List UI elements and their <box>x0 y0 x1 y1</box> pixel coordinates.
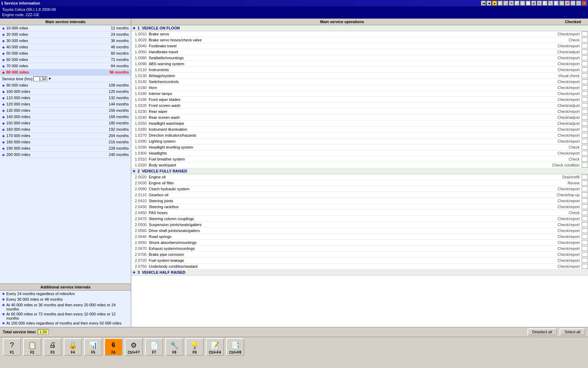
op-checkbox[interactable] <box>582 109 588 114</box>
close-btn[interactable]: ✕ <box>582 1 587 6</box>
op-checkbox[interactable] <box>582 240 588 245</box>
interval-row[interactable]: ◆140 000 miles 168 months <box>0 114 131 120</box>
op-checkbox[interactable] <box>582 216 588 221</box>
interval-row-selected[interactable]: ◆80 000 miles 96 months <box>0 69 131 76</box>
op-checkbox[interactable] <box>582 103 588 108</box>
interval-row[interactable]: ◆160 000 miles 192 months <box>0 127 131 133</box>
deselect-all-button[interactable]: Deselect all <box>527 328 557 335</box>
toolbar-nav-prev[interactable]: ◀ <box>486 1 491 6</box>
interval-row[interactable]: ◆200 000 miles 240 months <box>0 152 131 158</box>
service-time-input[interactable] <box>33 76 47 81</box>
fn-f3-button[interactable]: 🖨 F3 <box>43 338 62 356</box>
op-checkbox[interactable] <box>582 61 588 66</box>
interval-row[interactable]: ◆10 000 miles 12 months <box>0 25 131 32</box>
fn-ctrlf7-button[interactable]: ⚙ Ctrl+F7 <box>125 338 143 356</box>
toolbar-btn13[interactable]: 📌 <box>565 1 570 6</box>
interval-row[interactable]: ◆100 000 miles 120 months <box>0 89 131 95</box>
op-checkbox[interactable] <box>582 38 588 42</box>
fn-ctrlf4-button[interactable]: 📝 Ctrl+F4 <box>206 338 224 356</box>
diamond-icon: ◆ <box>2 115 5 119</box>
op-checkbox[interactable] <box>582 163 588 168</box>
maximize-btn[interactable]: □ <box>576 1 581 6</box>
number6-icon: 6 <box>112 340 115 350</box>
op-checkbox[interactable] <box>582 91 588 96</box>
interval-row[interactable]: ◆150 000 miles 180 months <box>0 120 131 127</box>
op-checkbox[interactable] <box>582 139 588 144</box>
op-checkbox[interactable] <box>582 151 588 156</box>
interval-row[interactable]: ◆50 000 miles 60 months <box>0 50 131 57</box>
op-checkbox[interactable] <box>582 234 588 239</box>
interval-row[interactable]: ◆120 000 miles 144 months <box>0 101 131 108</box>
toolbar-btn1[interactable]: 📋 <box>498 1 503 6</box>
fn-f4-button[interactable]: 🔒 F4 <box>64 338 82 356</box>
toolbar-nav-first[interactable]: |◀ <box>481 1 486 6</box>
fn-ctrlf8-button[interactable]: 📑 Ctrl+F8 <box>226 338 244 356</box>
toolbar-btn2[interactable]: 🔍 <box>503 1 508 6</box>
op-checkbox[interactable] <box>582 175 588 179</box>
toolbar-btn3[interactable]: ⚙ <box>509 1 514 6</box>
chart-icon: 📊 <box>89 340 98 350</box>
fn-f5-button[interactable]: 📊 F5 <box>84 338 102 356</box>
op-checkbox[interactable] <box>582 198 588 203</box>
toolbar-btn7[interactable]: 🖨 <box>531 1 536 6</box>
fn-f6-button[interactable]: 6 F6 <box>104 338 122 356</box>
fn-f2-button[interactable]: 📋 F2 <box>23 338 41 356</box>
op-checkbox[interactable] <box>582 210 588 215</box>
toolbar-btn6[interactable]: 📄 <box>526 1 531 6</box>
op-checkbox[interactable] <box>582 79 588 84</box>
op-checkbox[interactable] <box>582 115 588 120</box>
toolbar-btn12[interactable]: 💬 <box>559 1 564 6</box>
toolbar-btn5[interactable]: 📋 <box>520 1 525 6</box>
fn-f8-button[interactable]: 🔧 F8 <box>165 338 183 356</box>
interval-row[interactable]: ◆190 000 miles 228 months <box>0 145 131 152</box>
op-checkbox[interactable] <box>582 192 588 197</box>
interval-row[interactable]: ◆170 000 miles 204 months <box>0 133 131 139</box>
op-checkbox[interactable] <box>582 204 588 209</box>
toolbar-btn9[interactable]: 📝 <box>542 1 547 6</box>
interval-row[interactable]: ◆60 000 miles 72 months <box>0 57 131 63</box>
diamond-icon: ◆ <box>2 128 5 131</box>
op-checkbox[interactable] <box>582 67 588 72</box>
interval-row[interactable]: ◆70 000 miles 84 months <box>0 63 131 69</box>
op-checkbox[interactable] <box>582 222 588 227</box>
op-checkbox[interactable] <box>582 145 588 150</box>
toolbar-btn8[interactable]: ✏ <box>537 1 542 6</box>
op-checkbox[interactable] <box>582 228 588 233</box>
interval-row[interactable]: ◆110 000 miles 132 months <box>0 95 131 101</box>
toolbar-btn11[interactable]: 📑 <box>554 1 559 6</box>
op-checkbox[interactable] <box>582 121 588 126</box>
op-checkbox[interactable] <box>582 186 588 191</box>
op-checkbox[interactable] <box>582 43 588 48</box>
vehicle-line1: Toyota Celica (99-) 1,8 2000-06 <box>2 7 586 12</box>
interval-row[interactable]: ◆30 000 miles 36 months <box>0 38 131 44</box>
op-checkbox[interactable] <box>582 180 588 185</box>
interval-row[interactable]: ◆90 000 miles 108 months <box>0 82 131 89</box>
op-checkbox[interactable] <box>582 133 588 138</box>
interval-row[interactable]: ◆130 000 miles 156 months <box>0 108 131 114</box>
op-checkbox[interactable] <box>582 258 588 263</box>
fn-f7-button[interactable]: 📄 F7 <box>145 338 163 356</box>
toolbar-btn4[interactable]: 📊 <box>514 1 519 6</box>
op-checkbox[interactable] <box>582 127 588 132</box>
op-checkbox[interactable] <box>582 49 588 54</box>
toolbar-warn[interactable]: ▲ <box>492 1 497 6</box>
diamond-icon: ◆ <box>2 153 5 157</box>
select-all-button[interactable]: Select all <box>560 328 585 335</box>
interval-row[interactable]: ◆40 000 miles 48 months <box>0 44 131 50</box>
op-checkbox[interactable] <box>582 32 588 36</box>
minimize-btn[interactable]: _ <box>570 1 575 6</box>
op-checkbox[interactable] <box>582 264 588 269</box>
op-checkbox[interactable] <box>582 97 588 102</box>
op-checkbox[interactable] <box>582 157 588 162</box>
interval-row[interactable]: ◆180 000 miles 216 months <box>0 139 131 145</box>
interval-row[interactable]: ◆20 000 miles 24 months <box>0 32 131 38</box>
op-checkbox[interactable] <box>582 73 588 78</box>
toolbar-btn10[interactable]: 🔧 <box>548 1 553 6</box>
op-checkbox[interactable] <box>582 246 588 251</box>
op-checkbox[interactable] <box>582 55 588 60</box>
dropdown-arrow[interactable]: ▼ <box>48 77 51 81</box>
fn-f1-button[interactable]: ? F1 <box>3 338 21 356</box>
op-checkbox[interactable] <box>582 252 588 257</box>
op-checkbox[interactable] <box>582 85 588 90</box>
fn-f9-button[interactable]: 💡 F9 <box>186 338 204 356</box>
